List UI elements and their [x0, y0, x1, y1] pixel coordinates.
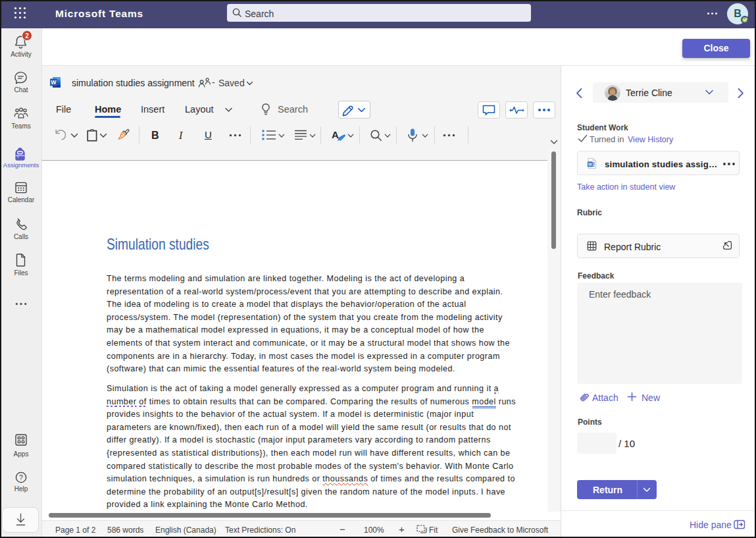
svg-text:W: W: [588, 162, 593, 167]
svg-text:?: ?: [19, 473, 23, 481]
svg-text:W: W: [51, 79, 57, 86]
